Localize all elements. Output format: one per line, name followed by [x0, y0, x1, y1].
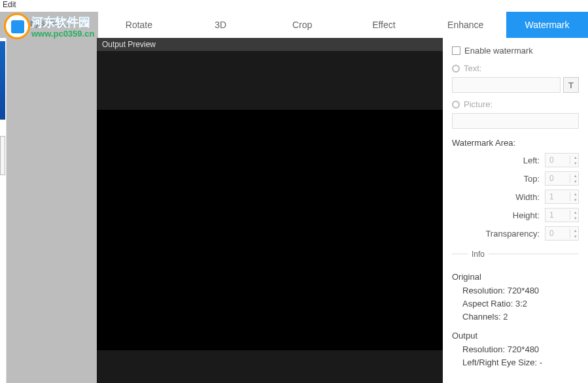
- transparency-spinner[interactable]: 0▴▾: [545, 226, 579, 241]
- picture-radio-label: Picture:: [464, 99, 493, 109]
- output-eye-size: Left/Right Eye Size: -: [452, 358, 579, 367]
- file-name-label: Baby's Firs...: [0, 12, 98, 38]
- header-row: Baby's Firs... Rotate 3D Crop Effect Enh…: [0, 12, 588, 38]
- left-label: Left:: [523, 156, 540, 165]
- text-radio[interactable]: [452, 65, 460, 73]
- output-resolution: Resolution: 720*480: [452, 344, 579, 354]
- info-divider: Info: [452, 254, 579, 265]
- watermark-picture-input[interactable]: [452, 113, 579, 129]
- info-header-label: Info: [468, 250, 489, 259]
- watermark-text-input[interactable]: [452, 77, 561, 93]
- menu-edit[interactable]: Edit: [0, 0, 588, 12]
- original-resolution: Resolution: 720*480: [452, 286, 579, 295]
- preview-video-canvas: [97, 110, 443, 350]
- tab-3d[interactable]: 3D: [180, 12, 262, 38]
- output-title: Output: [452, 331, 579, 341]
- original-channels: Channels: 2: [452, 312, 579, 322]
- preview-pad-top: [97, 51, 443, 110]
- tab-enhance[interactable]: Enhance: [424, 12, 506, 38]
- width-label: Width:: [515, 192, 540, 202]
- top-label: Top:: [523, 174, 540, 184]
- original-title: Original: [452, 272, 579, 282]
- preview-title: Output Preview: [97, 38, 443, 51]
- preview-pad-bottom: [97, 350, 443, 383]
- preview-area: Output Preview: [97, 38, 443, 383]
- tab-crop[interactable]: Crop: [262, 12, 343, 38]
- watermark-panel: Enable watermark Text: T Picture: Waterm…: [443, 38, 588, 383]
- text-radio-label: Text:: [464, 63, 481, 73]
- tab-effect[interactable]: Effect: [343, 12, 424, 38]
- height-spinner[interactable]: 1▴▾: [545, 208, 579, 222]
- width-spinner[interactable]: 1▴▾: [545, 190, 579, 204]
- tabs-container: Rotate 3D Crop Effect Enhance Watermark: [98, 12, 588, 38]
- watermark-area-title: Watermark Area:: [452, 138, 579, 148]
- left-sidebar: [0, 38, 7, 383]
- original-aspect: Aspect Ratio: 3:2: [452, 299, 579, 308]
- text-format-button[interactable]: T: [563, 77, 579, 93]
- top-spinner[interactable]: 0▴▾: [545, 171, 579, 186]
- transparency-label: Transparency:: [485, 229, 540, 239]
- sidebar-accent: [0, 41, 5, 120]
- main-area: Output Preview Enable watermark Text: T …: [0, 38, 588, 383]
- tab-watermark[interactable]: Watermark: [506, 12, 588, 38]
- height-label: Height:: [513, 210, 540, 220]
- tab-rotate[interactable]: Rotate: [98, 12, 180, 38]
- left-spinner[interactable]: 0▴▾: [545, 153, 579, 167]
- enable-watermark-label: Enable watermark: [464, 46, 533, 56]
- thumbnail-placeholder: [0, 136, 5, 175]
- picture-radio[interactable]: [452, 101, 460, 108]
- enable-watermark-checkbox[interactable]: [452, 46, 460, 55]
- sidebar-gray-panel: [7, 38, 97, 383]
